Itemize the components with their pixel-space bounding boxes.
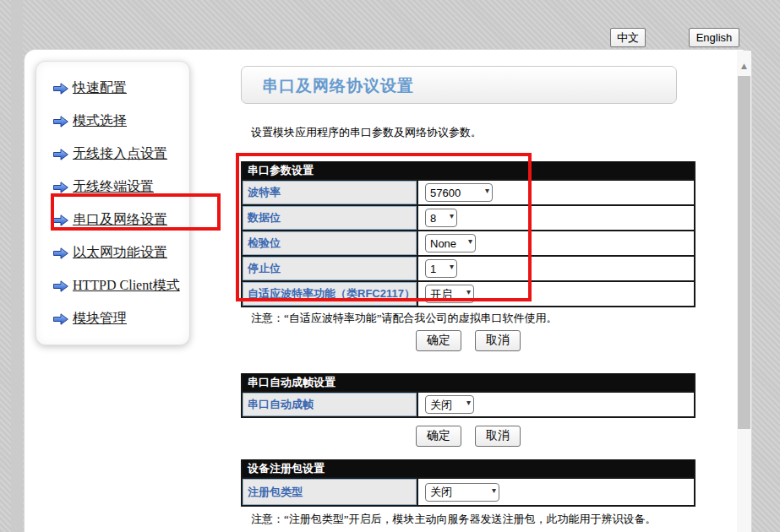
- sidebar-item-serial-network[interactable]: 串口及网络设置: [36, 204, 189, 236]
- register-packet-note: 注意：“注册包类型”开启后，模块主动向服务器发送注册包，此功能用于辨识设备。: [251, 512, 657, 527]
- register-type-cell: 关闭 ▾: [417, 479, 694, 505]
- arrow-right-icon: [53, 280, 68, 292]
- arrow-right-icon: [53, 182, 68, 193]
- sidebar-item-label: 以太网功能设置: [73, 244, 167, 262]
- table-row: 检验位 None ▾: [243, 230, 694, 255]
- table-row: 波特率 57600 ▾: [243, 179, 694, 204]
- arrow-right-icon: [53, 83, 68, 95]
- serial-params-note: 注意：“自适应波特率功能”请配合我公司的虚拟串口软件使用。: [251, 311, 558, 326]
- adaptive-baud-label: 自适应波特率功能（类RFC2117）: [243, 282, 417, 306]
- parity-cell: None ▾: [417, 231, 694, 255]
- page-title: 串口及网络协议设置: [262, 75, 676, 97]
- table-row: 串口自动成帧 关闭 ▾: [243, 391, 694, 416]
- register-type-label: 注册包类型: [243, 479, 417, 505]
- data-bits-label: 数据位: [243, 206, 417, 230]
- auto-frame-cell: 关闭 ▾: [417, 393, 694, 416]
- serial-params-actions: 确定 取消: [241, 330, 695, 351]
- sidebar-item-label: 无线接入点设置: [73, 145, 167, 163]
- stop-bits-cell: 1 ▾: [417, 257, 694, 280]
- parity-label: 检验位: [243, 231, 417, 255]
- sidebar-item-label: HTTPD Client模式: [73, 277, 180, 295]
- serial-params-header: 串口参数设置: [243, 161, 694, 179]
- sidebar-item-label: 模块管理: [73, 310, 127, 328]
- auto-frame-select[interactable]: 关闭: [425, 395, 474, 414]
- adaptive-baud-select[interactable]: 开启: [425, 285, 474, 303]
- baud-rate-label: 波特率: [243, 181, 417, 204]
- sidebar-item-label: 无线终端设置: [73, 178, 154, 196]
- sidebar-item-label: 模式选择: [73, 112, 127, 130]
- data-bits-cell: 8 ▾: [417, 206, 694, 230]
- baud-rate-cell: 57600 ▾: [417, 181, 694, 204]
- language-chinese-button[interactable]: 中文: [610, 28, 646, 47]
- sidebar: 快速配置 模式选择 无线接入点设置 无线终端设置 串口及网络设置 以太网功能设置…: [35, 61, 190, 345]
- auto-frame-table: 串口自动成帧设置 串口自动成帧 关闭 ▾: [241, 373, 695, 418]
- arrow-right-icon: [53, 116, 68, 128]
- sidebar-item-mode-select[interactable]: 模式选择: [36, 105, 189, 138]
- ok-button[interactable]: 确定: [416, 426, 461, 447]
- table-row: 注册包类型 关闭 ▾: [243, 477, 694, 505]
- arrow-right-icon: [53, 214, 68, 226]
- page-title-box: 串口及网络协议设置: [241, 66, 677, 104]
- auto-frame-actions: 确定 取消: [241, 426, 695, 447]
- page: 中文 English ▲ 快速配置 模式选择 无线接入点设置 无线终端设: [0, 0, 780, 532]
- sidebar-item-wireless-ap[interactable]: 无线接入点设置: [36, 138, 189, 171]
- table-row: 停止位 1 ▾: [243, 255, 694, 280]
- language-english-button[interactable]: English: [689, 28, 739, 47]
- table-row: 数据位 8 ▾: [243, 204, 694, 230]
- cancel-button[interactable]: 取消: [475, 426, 521, 447]
- scrollbar-thumb[interactable]: [738, 76, 750, 429]
- register-packet-table: 设备注册包设置 注册包类型 关闭 ▾: [241, 459, 695, 507]
- auto-frame-label: 串口自动成帧: [243, 393, 417, 416]
- sidebar-item-module-manage[interactable]: 模块管理: [36, 302, 189, 335]
- arrow-right-icon: [53, 149, 68, 160]
- page-description: 设置模块应用程序的串口参数及网络协议参数。: [251, 125, 482, 140]
- sidebar-item-httpd-client[interactable]: HTTPD Client模式: [36, 269, 189, 302]
- sidebar-item-label: 串口及网络设置: [73, 211, 167, 229]
- sidebar-item-label: 快速配置: [73, 79, 127, 97]
- data-bits-select[interactable]: 8: [425, 209, 457, 227]
- sidebar-item-quick-config[interactable]: 快速配置: [36, 72, 189, 105]
- arrow-right-icon: [53, 313, 68, 325]
- adaptive-baud-cell: 开启 ▾: [417, 282, 694, 306]
- auto-frame-header: 串口自动成帧设置: [243, 373, 694, 391]
- stop-bits-label: 停止位: [243, 257, 417, 280]
- ok-button[interactable]: 确定: [416, 330, 461, 351]
- sidebar-item-wireless-sta[interactable]: 无线终端设置: [36, 171, 189, 204]
- parity-select[interactable]: None: [425, 234, 476, 252]
- sidebar-item-ethernet[interactable]: 以太网功能设置: [36, 236, 189, 269]
- baud-rate-select[interactable]: 57600: [425, 183, 493, 202]
- register-type-select[interactable]: 关闭: [425, 483, 499, 502]
- table-row: 自适应波特率功能（类RFC2117） 开启 ▾: [243, 280, 694, 306]
- window-edge-bar: [11, 0, 23, 532]
- cancel-button[interactable]: 取消: [475, 330, 521, 351]
- stop-bits-select[interactable]: 1: [425, 259, 457, 278]
- arrow-right-icon: [53, 247, 68, 259]
- serial-params-table: 串口参数设置 波特率 57600 ▾ 数据位 8 ▾ 检验位 None: [241, 161, 695, 307]
- scroll-up-icon[interactable]: ▲: [737, 59, 751, 73]
- register-packet-header: 设备注册包设置: [243, 459, 694, 477]
